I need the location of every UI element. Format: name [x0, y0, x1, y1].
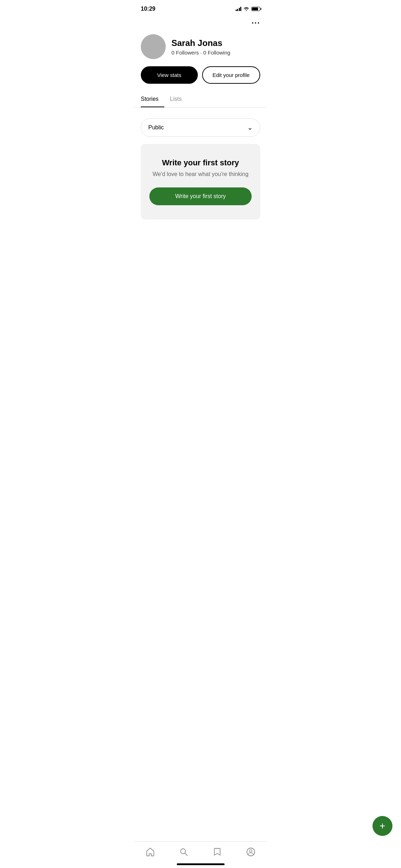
- action-buttons: View stats Edit your profile: [134, 66, 267, 91]
- profile-stats: 0 Followers · 0 Following: [171, 50, 260, 56]
- more-options-button[interactable]: ···: [252, 19, 260, 28]
- content-area: Public ⌄ Write your first story We'd lov…: [134, 108, 267, 230]
- wifi-icon: [243, 7, 249, 11]
- edit-profile-button[interactable]: Edit your profile: [202, 66, 261, 84]
- followers-count: 0 Followers: [171, 50, 199, 56]
- story-card-subtitle: We'd love to hear what you're thinking: [149, 171, 252, 177]
- signal-icon: [236, 7, 242, 11]
- profile-section: Sarah Jonas 0 Followers · 0 Following: [134, 31, 267, 66]
- profile-name: Sarah Jonas: [171, 38, 260, 48]
- chevron-down-icon: ⌄: [247, 124, 253, 131]
- visibility-label: Public: [148, 124, 164, 131]
- status-bar: 10:29: [134, 0, 267, 16]
- tabs-bar: Stories Lists: [134, 91, 267, 108]
- header: ···: [134, 16, 267, 31]
- tab-lists[interactable]: Lists: [170, 91, 187, 107]
- story-card-title: Write your first story: [149, 158, 252, 167]
- tab-stories[interactable]: Stories: [141, 91, 164, 107]
- stats-separator: ·: [200, 50, 202, 56]
- write-first-story-button[interactable]: Write your first story: [149, 187, 252, 205]
- view-stats-button[interactable]: View stats: [141, 66, 198, 84]
- status-icons: [236, 7, 261, 11]
- visibility-dropdown[interactable]: Public ⌄: [141, 118, 260, 137]
- avatar: [141, 34, 166, 59]
- status-time: 10:29: [141, 6, 155, 12]
- following-count: 0 Following: [203, 50, 230, 56]
- empty-stories-card: Write your first story We'd love to hear…: [141, 144, 260, 219]
- profile-info: Sarah Jonas 0 Followers · 0 Following: [171, 38, 260, 56]
- battery-icon: [251, 7, 260, 11]
